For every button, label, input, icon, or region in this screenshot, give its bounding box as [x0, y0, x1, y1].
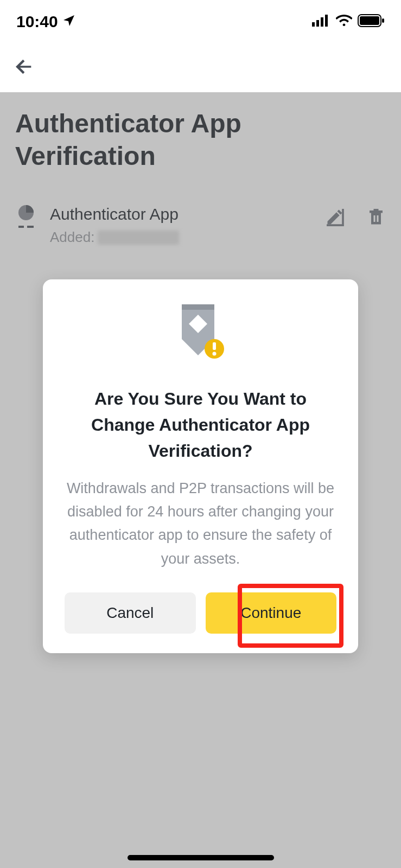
status-right: [312, 14, 385, 29]
shield-warning-icon: [65, 301, 336, 366]
dialog-body: Withdrawals and P2P transactions will be…: [65, 477, 336, 571]
cellular-icon: [312, 15, 330, 29]
location-icon: [62, 12, 75, 31]
status-left: 10:40: [16, 12, 75, 31]
dialog-title: Are You Sure You Want to Change Authenti…: [65, 386, 336, 464]
svg-rect-2: [321, 17, 323, 27]
svg-rect-0: [312, 22, 315, 27]
svg-rect-3: [325, 15, 328, 27]
svg-rect-1: [316, 20, 319, 27]
home-indicator: [128, 855, 274, 860]
svg-rect-15: [213, 342, 216, 350]
battery-icon: [358, 14, 385, 29]
dialog-buttons: Cancel Continue: [65, 592, 336, 634]
nav-bar: [0, 43, 401, 92]
svg-rect-5: [360, 16, 379, 25]
back-button[interactable]: [13, 56, 35, 80]
svg-rect-6: [382, 18, 384, 23]
wifi-icon: [336, 15, 352, 29]
continue-button[interactable]: Continue: [206, 592, 337, 634]
svg-point-16: [212, 352, 216, 356]
status-bar: 10:40: [0, 0, 401, 43]
confirm-dialog: Are You Sure You Want to Change Authenti…: [43, 279, 358, 653]
status-time: 10:40: [16, 12, 58, 31]
cancel-button[interactable]: Cancel: [65, 592, 196, 634]
